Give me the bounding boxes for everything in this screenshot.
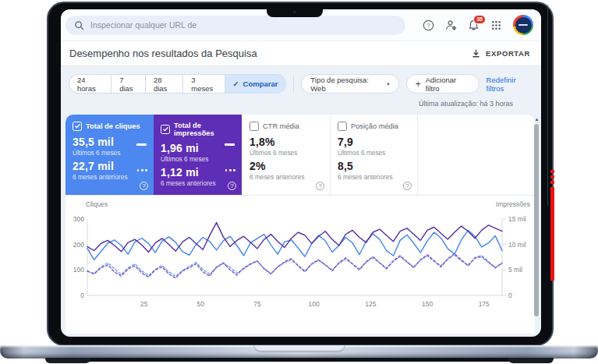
svg-text:5 mil: 5 mil	[508, 266, 522, 274]
checkbox-unchecked-icon[interactable]	[249, 122, 259, 131]
help-icon[interactable]: ?	[316, 182, 324, 190]
laptop-red-stripe-dash	[550, 181, 554, 184]
metric-period-previous: 6 meses anteriores	[161, 179, 235, 187]
filter-divider	[293, 76, 294, 93]
download-icon	[471, 48, 481, 58]
compare-toggle[interactable]: ✓ Comparar	[225, 74, 287, 94]
help-icon[interactable]: ?	[140, 182, 148, 190]
metric-value-current: 7,9	[338, 136, 411, 148]
checkbox-checked-icon[interactable]	[73, 122, 82, 131]
reset-filters-link[interactable]: Redefinir filtros	[487, 76, 533, 93]
checkbox-unchecked-icon[interactable]	[338, 122, 347, 131]
svg-text:150: 150	[422, 300, 433, 308]
svg-text:100: 100	[73, 266, 84, 274]
svg-text:0: 0	[508, 292, 512, 299]
dotted-line-legend	[137, 169, 147, 171]
last-update-text: Última atualização: há 3 horas	[69, 100, 533, 108]
chevron-down-icon: ▾	[387, 81, 390, 87]
metric-period-current: Últimos 6 meses	[161, 155, 235, 163]
help-icon[interactable]: ?	[423, 19, 434, 31]
compare-label: Comparar	[243, 80, 278, 88]
metric-value-previous: 8,5	[338, 160, 411, 172]
svg-text:300: 300	[73, 215, 84, 223]
metric-period-current: Últimos 6 meses	[249, 149, 324, 157]
svg-text:50: 50	[197, 300, 205, 308]
help-icon[interactable]: ?	[228, 182, 236, 190]
plus-icon: +	[416, 80, 421, 88]
metric-value-current: 1,8%	[249, 136, 324, 148]
date-range-segmented-control: 24 horas 7 dias 28 dias 3 meses ✓ Compar…	[69, 74, 286, 94]
svg-text:100: 100	[309, 300, 320, 308]
search-icon	[74, 20, 84, 30]
checkbox-checked-icon[interactable]	[161, 125, 170, 134]
svg-text:15 mil: 15 mil	[508, 215, 526, 223]
svg-text:200: 200	[73, 241, 84, 249]
laptop-camera	[293, 11, 296, 13]
scrollbar-up-arrow[interactable]: ▲	[534, 117, 540, 122]
range-3m[interactable]: 3 meses	[183, 74, 225, 94]
apps-grid-icon[interactable]	[490, 19, 502, 31]
metric-period-current: Últimos 6 meses	[338, 149, 411, 157]
filter-bar: 24 horas 7 dias 28 dias 3 meses ✓ Compar…	[61, 66, 541, 108]
account-avatar[interactable]	[513, 15, 533, 35]
laptop-underside	[75, 358, 524, 362]
metric-value-current: 35,5 mil	[73, 136, 147, 148]
range-24h[interactable]: 24 horas	[69, 74, 111, 94]
laptop-red-stripe-dash	[550, 175, 554, 178]
svg-text:25: 25	[140, 300, 148, 308]
svg-text:75: 75	[253, 300, 261, 308]
laptop-red-stripe-dash	[550, 170, 554, 173]
url-inspection-search[interactable]: Inspecionar qualquer URL de	[65, 16, 405, 35]
range-7d[interactable]: 7 dias	[111, 74, 146, 94]
svg-text:Cliques: Cliques	[86, 200, 108, 208]
dotted-line-legend	[225, 169, 235, 171]
metric-period-current: Últimos 6 meses	[73, 149, 147, 157]
laptop-mockup: Inspecionar qualquer URL de ?	[0, 0, 598, 364]
svg-text:?: ?	[426, 22, 430, 29]
metric-label: Total de cliques	[86, 122, 140, 130]
user-settings-icon[interactable]	[445, 19, 457, 31]
export-button[interactable]: EXPORTAR	[471, 48, 530, 58]
metric-value-previous: 22,7 mil	[73, 160, 147, 172]
search-console-screen: Inspecionar qualquer URL de ?	[61, 9, 541, 337]
scrollbar-thumb[interactable]	[534, 124, 539, 316]
laptop-red-stripe	[550, 187, 554, 281]
metric-label: CTR média	[263, 122, 299, 130]
metric-period-previous: 6 meses anteriores	[73, 173, 147, 181]
notifications-button[interactable]: 35	[468, 19, 479, 31]
metric-value-previous: 1,12 mi	[161, 166, 235, 178]
appbar-icons: ? 35	[423, 15, 533, 35]
laptop-foot	[45, 358, 90, 363]
laptop-foot	[508, 358, 554, 363]
svg-text:10 mil: 10 mil	[508, 241, 526, 249]
search-type-label: Tipo de pesquisa: Web	[310, 76, 382, 93]
range-28d[interactable]: 28 dias	[146, 74, 183, 94]
avatar-logo-text	[518, 24, 528, 26]
laptop-lid-scoop	[253, 345, 345, 352]
metric-label: Total de impressões	[174, 122, 235, 137]
svg-text:0: 0	[80, 292, 84, 299]
performance-panel: Total de cliques 35,5 mil Últimos 6 mese…	[65, 115, 535, 334]
metric-value-previous: 2%	[249, 160, 324, 172]
search-type-dropdown[interactable]: Tipo de pesquisa: Web ▾	[301, 74, 398, 94]
laptop-bezel-highlight	[547, 5, 548, 206]
export-label: EXPORTAR	[486, 49, 530, 58]
notification-badge: 35	[473, 15, 486, 24]
page-header: Desempenho nos resultados da Pesquisa EX…	[61, 41, 541, 66]
add-filter-label: Adicionar filtro	[426, 76, 470, 93]
add-filter-button[interactable]: + Adicionar filtro	[406, 74, 479, 94]
svg-text:125: 125	[365, 300, 376, 308]
solid-line-legend	[225, 143, 235, 146]
metric-period-previous: 6 meses anteriores	[338, 173, 411, 181]
metric-card-ctr[interactable]: CTR média 1,8% Últimos 6 meses 2% 6 mese…	[242, 115, 330, 195]
solid-line-legend	[136, 143, 147, 146]
help-icon[interactable]: ?	[403, 182, 412, 190]
metric-cards: Total de cliques 35,5 mil Últimos 6 mese…	[65, 115, 535, 195]
search-placeholder: Inspecionar qualquer URL de	[90, 20, 196, 30]
check-icon: ✓	[233, 80, 239, 88]
metric-card-impressions[interactable]: Total de impressões 1,96 mi Últimos 6 me…	[154, 115, 242, 195]
page-scrollbar[interactable]: ▲	[534, 117, 540, 335]
metric-label: Posição média	[351, 122, 398, 130]
metric-card-clicks[interactable]: Total de cliques 35,5 mil Últimos 6 mese…	[65, 115, 154, 195]
metric-card-position[interactable]: Posição média 7,9 Últimos 6 meses 8,5 6 …	[330, 115, 418, 195]
